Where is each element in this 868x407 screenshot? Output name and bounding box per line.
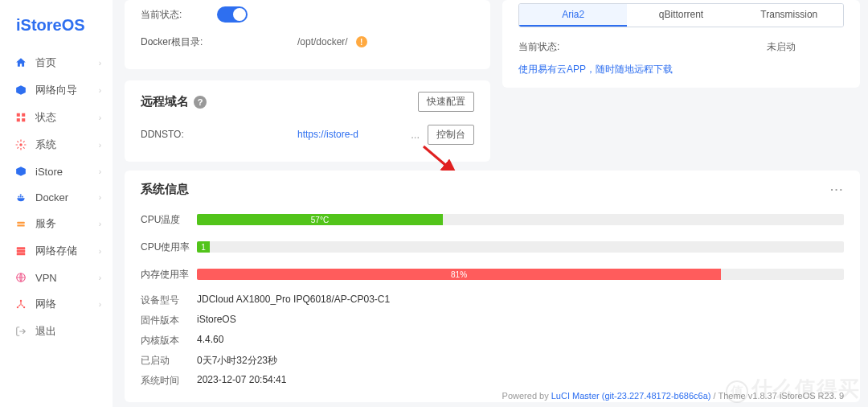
docker-icon (14, 191, 27, 204)
nav-label: 首页 (35, 56, 99, 70)
nav-label: VPN (35, 272, 99, 284)
info-value: JDCloud AX1800_Pro IPQ6018/AP-CP03-C1 (197, 294, 390, 307)
help-icon[interactable]: ? (194, 96, 207, 109)
chevron-right-icon: › (99, 86, 101, 95)
svg-rect-7 (17, 247, 26, 249)
nav-item-status[interactable]: 状态› (0, 104, 113, 131)
chevron-right-icon: › (99, 167, 101, 176)
nav-label: 状态 (35, 110, 99, 125)
system-icon (14, 138, 27, 151)
chevron-right-icon: › (99, 273, 101, 282)
nav-item-network[interactable]: 网络› (0, 290, 113, 318)
docker-root-label: Docker根目录: (141, 35, 217, 49)
ddnsto-ellipsis: ... (411, 129, 420, 141)
status-icon (14, 111, 27, 124)
nav-item-system[interactable]: 系统› (0, 131, 113, 158)
ddnsto-link[interactable]: https://istore-d (297, 129, 358, 140)
downloader-card: Aria2 qBittorrent Transmission 当前状态: 未启动… (502, 0, 860, 88)
nav-item-home[interactable]: 首页› (0, 49, 113, 76)
chevron-right-icon: › (99, 141, 101, 150)
logout-icon (14, 325, 27, 338)
mem-bar: 81% (197, 269, 844, 280)
info-row: 设备型号JDCloud AX1800_Pro IPQ6018/AP-CP03-C… (141, 290, 844, 310)
footer: Powered by LuCI Master (git-23.227.48172… (502, 391, 844, 401)
docker-status-toggle[interactable] (217, 6, 248, 23)
quick-config-button[interactable]: 快速配置 (418, 92, 474, 112)
nav-label: 网络 (35, 297, 99, 311)
svg-rect-6 (17, 224, 24, 226)
svg-point-12 (17, 306, 18, 308)
sysinfo-title: 系统信息 (141, 182, 189, 197)
footer-luci-link[interactable]: LuCI Master (git-23.227.48172-b686c6a) (551, 391, 711, 401)
svg-point-4 (19, 143, 23, 146)
info-label: 已启动 (141, 354, 197, 368)
info-label: 设备型号 (141, 294, 197, 307)
nav-item-service[interactable]: 服务› (0, 210, 113, 237)
dl-tip-link[interactable]: 使用易有云APP，随时随地远程下载 (518, 64, 673, 75)
downloader-tabs: Aria2 qBittorrent Transmission (518, 3, 844, 27)
chevron-right-icon: › (99, 300, 101, 309)
network-icon (14, 298, 27, 310)
info-value: 2023-12-07 20:54:41 (197, 374, 286, 388)
remote-title: 远程域名 (141, 94, 189, 109)
vpn-icon (14, 271, 27, 284)
nav-item-storage[interactable]: 网络存储› (0, 237, 113, 265)
nav-item-guide[interactable]: 网络向导› (0, 76, 113, 104)
info-label: 固件版本 (141, 314, 197, 327)
nav-label: 系统 (35, 138, 99, 152)
nav-label: 服务 (35, 216, 99, 231)
warning-icon: ! (356, 36, 367, 47)
svg-rect-8 (17, 250, 26, 253)
remote-domain-card: 远程域名 ? 快速配置 DDNSTO: https://istore-d ...… (125, 80, 490, 162)
home-icon (14, 56, 27, 69)
tab-qbittorrent[interactable]: qBittorrent (627, 4, 735, 27)
chevron-right-icon: › (99, 193, 101, 202)
cpu-temp-label: CPU温度 (141, 213, 197, 227)
chevron-right-icon: › (99, 220, 101, 228)
info-row: 系统时间2023-12-07 20:54:41 (141, 371, 844, 391)
docker-status-label: 当前状态: (141, 8, 217, 22)
service-icon (14, 217, 27, 230)
chevron-right-icon: › (99, 113, 101, 122)
svg-point-11 (20, 300, 22, 302)
brand-logo: iStoreOS (0, 0, 113, 43)
svg-rect-5 (17, 222, 24, 224)
svg-rect-2 (17, 118, 20, 121)
svg-line-15 (424, 146, 456, 174)
nav-label: 退出 (35, 324, 101, 339)
info-row: 固件版本iStoreOS (141, 310, 844, 331)
info-value: iStoreOS (197, 314, 236, 327)
svg-rect-0 (17, 113, 20, 117)
info-label: 系统时间 (141, 374, 197, 388)
info-label: 内核版本 (141, 334, 197, 347)
nav-label: 网络向导 (35, 83, 99, 97)
storage-icon (14, 245, 27, 257)
more-icon[interactable]: ··· (830, 183, 844, 195)
info-row: 内核版本4.4.60 (141, 331, 844, 351)
guide-icon (14, 84, 27, 97)
tab-transmission[interactable]: Transmission (735, 4, 843, 27)
cpu-usage-label: CPU使用率 (141, 240, 197, 254)
nav-item-store[interactable]: iStore› (0, 158, 113, 184)
cpu-temp-bar: 57°C (197, 214, 844, 225)
chevron-right-icon: › (99, 59, 101, 68)
tab-aria2[interactable]: Aria2 (519, 4, 627, 27)
docker-root-value: /opt/docker/ (297, 36, 348, 47)
store-icon (14, 165, 27, 178)
dl-status-value: 未启动 (767, 40, 796, 54)
svg-rect-3 (22, 118, 25, 121)
chevron-right-icon: › (99, 247, 101, 256)
nav-item-docker[interactable]: Docker› (0, 184, 113, 210)
console-button[interactable]: 控制台 (428, 125, 474, 145)
info-row: 已启动0天7小时32分23秒 (141, 351, 844, 371)
svg-rect-1 (22, 113, 25, 117)
svg-point-13 (23, 306, 25, 308)
info-value: 0天7小时32分23秒 (197, 354, 277, 368)
sysinfo-card: 系统信息 ··· CPU温度 57°C CPU使用率 1 内存使用率 81% 设… (125, 171, 860, 402)
mem-label: 内存使用率 (141, 268, 197, 282)
nav-label: 网络存储 (35, 244, 99, 258)
nav-label: Docker (35, 191, 99, 204)
nav-item-logout[interactable]: 退出 (0, 318, 113, 345)
nav-item-vpn[interactable]: VPN› (0, 265, 113, 290)
nav-label: iStore (35, 166, 99, 178)
